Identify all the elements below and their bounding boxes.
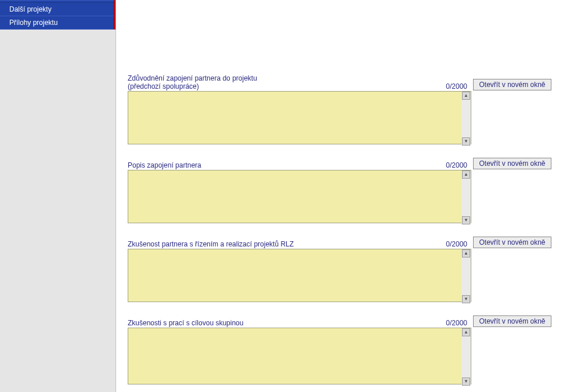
field-involvement: Popis zapojení partnera 0/2000 Otevřít v… [128,158,551,225]
field-experience-rlz: Zkušenost partnera s řízením a realizací… [128,237,551,304]
main-content: Zdůvodnění zapojení partnera do projektu… [116,0,563,392]
sidebar-item-label: Další projekty [9,5,52,13]
field-label-experience-rlz: Zkušenost partnera s řízením a realizací… [128,240,432,248]
field-label-experience-target: Zkušenosti s prací s cílovou skupinou [128,319,432,327]
open-new-window-button[interactable]: Otevřít v novém okně [473,237,551,248]
involvement-textarea[interactable] [128,170,471,223]
open-new-window-button[interactable]: Otevřít v novém okně [473,158,551,169]
char-counter: 0/2000 [438,161,467,169]
sidebar-item-prilohy-projektu[interactable]: Přílohy projektu [0,16,116,30]
open-new-window-button[interactable]: Otevřít v novém okně [473,315,551,327]
justification-textarea[interactable] [128,91,471,144]
sidebar: Další projekty Přílohy projektu [0,0,116,392]
field-label-involvement: Popis zapojení partnera [128,161,432,169]
char-counter: 0/2000 [438,319,467,327]
experience-target-textarea[interactable] [128,328,471,384]
field-label-justification: Zdůvodnění zapojení partnera do projektu… [128,74,432,90]
char-counter: 0/2000 [438,82,467,90]
sidebar-item-dalsi-projekty[interactable]: Další projekty [0,3,116,16]
field-experience-target: Zkušenosti s prací s cílovou skupinou 0/… [128,315,551,386]
open-new-window-button[interactable]: Otevřít v novém okně [473,79,551,90]
sidebar-item-label: Přílohy projektu [9,19,57,27]
experience-rlz-textarea[interactable] [128,249,471,302]
char-counter: 0/2000 [438,240,467,248]
field-justification: Zdůvodnění zapojení partnera do projektu… [128,74,551,146]
